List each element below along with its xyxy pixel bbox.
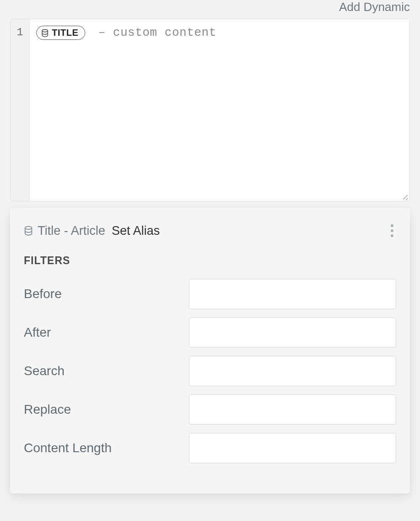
filter-row-search: Search bbox=[24, 356, 396, 386]
database-icon bbox=[24, 226, 33, 236]
pill-label: TITLE bbox=[52, 28, 78, 38]
filter-label: Before bbox=[24, 287, 189, 301]
editor-gutter: 1 bbox=[11, 19, 30, 201]
svg-point-0 bbox=[42, 29, 48, 32]
title-token-pill[interactable]: TITLE bbox=[36, 26, 85, 40]
filter-label: After bbox=[24, 325, 189, 340]
filter-row-before: Before bbox=[24, 279, 396, 309]
filter-label: Replace bbox=[24, 402, 189, 417]
panel-header: Title - Article Set Alias bbox=[24, 222, 396, 240]
line-number: 1 bbox=[11, 26, 29, 39]
before-input[interactable] bbox=[189, 279, 396, 309]
more-options-button[interactable] bbox=[388, 222, 396, 240]
panel-title-text: Title - Article bbox=[38, 224, 105, 238]
editor-static-text: – custom content bbox=[91, 26, 216, 39]
kebab-dot-icon bbox=[391, 229, 393, 232]
set-alias-button[interactable]: Set Alias bbox=[112, 224, 160, 238]
panel-title: Title - Article bbox=[24, 224, 105, 238]
editor-content[interactable]: TITLE – custom content bbox=[30, 19, 409, 201]
filter-label: Search bbox=[24, 364, 189, 378]
topbar: Add Dynamic bbox=[10, 0, 410, 19]
after-input[interactable] bbox=[189, 317, 396, 348]
filter-row-after: After bbox=[24, 317, 396, 348]
filter-row-replace: Replace bbox=[24, 394, 396, 425]
svg-point-1 bbox=[25, 227, 32, 229]
kebab-dot-icon bbox=[391, 224, 393, 227]
filters-heading: FILTERS bbox=[24, 255, 396, 267]
replace-input[interactable] bbox=[189, 394, 396, 425]
search-input[interactable] bbox=[189, 356, 396, 386]
resize-handle[interactable] bbox=[401, 192, 408, 200]
database-icon bbox=[41, 29, 49, 37]
code-editor[interactable]: 1 TITLE – custom content bbox=[10, 19, 410, 201]
content-length-input[interactable] bbox=[189, 433, 396, 463]
filter-row-content-length: Content Length bbox=[24, 433, 396, 463]
kebab-dot-icon bbox=[391, 234, 393, 237]
add-dynamic-button[interactable]: Add Dynamic bbox=[339, 0, 410, 14]
token-settings-panel: Title - Article Set Alias FILTERS Before… bbox=[10, 208, 410, 493]
filter-label: Content Length bbox=[24, 441, 189, 455]
